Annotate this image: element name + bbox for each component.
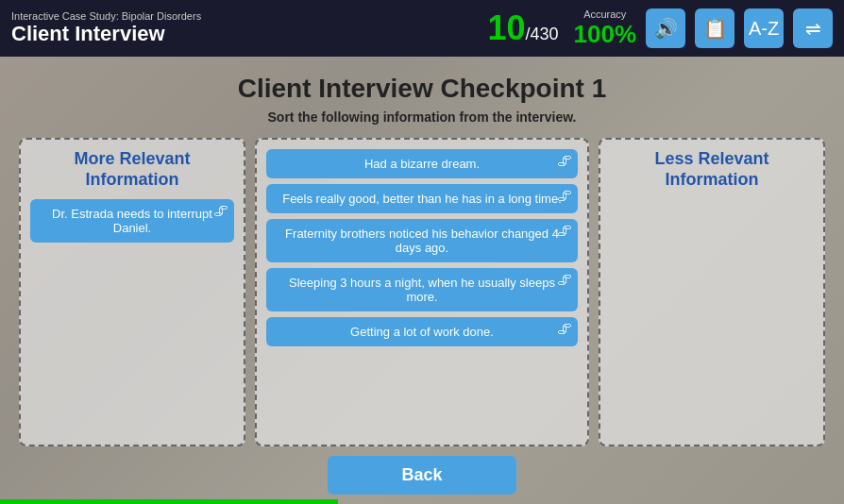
score-display: 10/430 xyxy=(487,11,558,45)
center-scroll[interactable]: Had a bizarre dream. Feels really good, … xyxy=(266,149,578,435)
score-total: /430 xyxy=(525,25,558,43)
center-column: Had a bizarre dream. Feels really good, … xyxy=(255,138,589,446)
checkpoint-title: Client Interview Checkpoint 1 xyxy=(238,74,607,104)
score-section: 10/430 Accuracy 100% xyxy=(487,8,636,49)
header-subtitle: Interactive Case Study: Bipolar Disorder… xyxy=(11,10,201,22)
content: Client Interview Checkpoint 1 Sort the f… xyxy=(0,57,844,504)
less-relevant-column: Less Relevant Information xyxy=(599,138,825,446)
less-relevant-header: Less Relevant Information xyxy=(610,149,814,190)
center-card-5[interactable]: Getting a lot of work done. xyxy=(266,317,578,346)
sound-icon: 🔊 xyxy=(654,17,678,40)
more-relevant-column: More Relevant Information Dr. Estrada ne… xyxy=(19,138,245,446)
settings-button[interactable]: ⇌ xyxy=(793,8,833,48)
columns: More Relevant Information Dr. Estrada ne… xyxy=(19,138,825,446)
back-section: Back xyxy=(19,456,825,495)
accuracy-value: 100% xyxy=(574,20,637,49)
header: Interactive Case Study: Bipolar Disorder… xyxy=(0,0,844,57)
center-card-1[interactable]: Had a bizarre dream. xyxy=(266,149,578,178)
header-title: Client Interview xyxy=(11,22,201,46)
notes-button[interactable]: 📋 xyxy=(695,8,734,48)
accuracy-label: Accuracy xyxy=(574,8,637,20)
center-card-4[interactable]: Sleeping 3 hours a night, when he usuall… xyxy=(266,268,578,311)
center-card-3[interactable]: Fraternity brothers noticed his behavior… xyxy=(266,219,578,262)
checkpoint-subtitle: Sort the following information from the … xyxy=(268,109,577,125)
accuracy-display: Accuracy 100% xyxy=(574,8,637,49)
main-content: Client Interview Checkpoint 1 Sort the f… xyxy=(0,57,844,504)
back-button[interactable]: Back xyxy=(328,456,516,495)
glossary-button[interactable]: A-Z xyxy=(744,8,784,48)
left-card-1[interactable]: Dr. Estrada needs to interrupt Daniel. xyxy=(30,199,234,243)
glossary-icon: A-Z xyxy=(749,18,779,40)
header-left: Interactive Case Study: Bipolar Disorder… xyxy=(11,10,201,46)
sound-button[interactable]: 🔊 xyxy=(646,8,685,48)
settings-icon: ⇌ xyxy=(805,17,821,40)
center-card-2[interactable]: Feels really good, better than he has in… xyxy=(266,184,578,213)
notes-icon: 📋 xyxy=(703,17,727,40)
more-relevant-header: More Relevant Information xyxy=(30,149,234,190)
header-right: 10/430 Accuracy 100% 🔊 📋 A-Z ⇌ xyxy=(487,8,833,49)
score-value: 10 xyxy=(487,8,525,47)
